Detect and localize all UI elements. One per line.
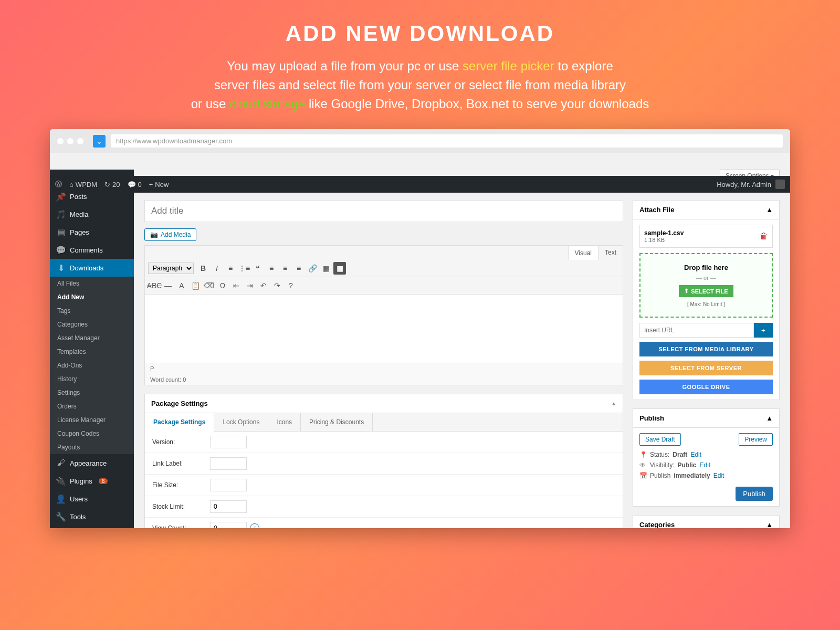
tab-icons[interactable]: Icons: [268, 413, 301, 431]
upload-icon: ⬆: [684, 288, 689, 295]
align-right-icon[interactable]: ≡: [292, 262, 305, 275]
attached-file: sample-1.csv1.18 KB 🗑: [639, 225, 773, 248]
google-drive-button[interactable]: GOOGLE DRIVE: [639, 380, 773, 394]
dropzone[interactable]: Drop file here — or — ⬆SELECT FILE [ Max…: [639, 253, 773, 318]
tab-visual[interactable]: Visual: [568, 246, 598, 260]
add-url-button[interactable]: +: [754, 323, 773, 338]
panel-toggle-icon[interactable]: ▲: [766, 414, 773, 422]
align-left-icon[interactable]: ≡: [265, 262, 278, 275]
pin-icon: 📌: [56, 192, 66, 201]
howdy-text[interactable]: Howdy, Mr. Admin: [717, 181, 771, 188]
panel-toggle-icon[interactable]: ▲: [766, 521, 773, 528]
view-count-input[interactable]: [210, 522, 247, 528]
sidebar-item-media[interactable]: 🎵Media: [50, 205, 134, 223]
eye-icon: 👁: [639, 461, 647, 469]
tab-lock-options[interactable]: Lock Options: [214, 413, 268, 431]
special-char-icon[interactable]: Ω: [216, 279, 229, 292]
info-icon[interactable]: i: [250, 523, 259, 528]
sub-history[interactable]: History: [50, 372, 134, 386]
min-dot[interactable]: [67, 138, 74, 144]
sub-payouts[interactable]: Payouts: [50, 440, 134, 454]
link-label-input[interactable]: [210, 457, 247, 470]
sidebar-item-settings[interactable]: ⚙Settings: [50, 526, 134, 528]
sidebar-item-comments[interactable]: 💬Comments: [50, 241, 134, 259]
sub-add-new[interactable]: Add New: [50, 290, 134, 304]
paste-icon[interactable]: 📋: [189, 279, 202, 292]
paragraph-select[interactable]: Paragraph: [148, 262, 194, 274]
sidebar-item-tools[interactable]: 🔧Tools: [50, 508, 134, 526]
clear-icon[interactable]: ⌫: [203, 279, 215, 292]
indent-icon[interactable]: ⇥: [244, 279, 256, 292]
panel-toggle-icon[interactable]: ▲: [611, 401, 616, 406]
url-bar[interactable]: https://www.wpdownloadmanager.com: [111, 134, 783, 148]
pin-icon: 📍: [639, 451, 647, 458]
browser-window: ⌄ https://www.wpdownloadmanager.com ⓦ ⌂ …: [50, 129, 790, 528]
help-icon[interactable]: ?: [285, 279, 297, 292]
redo-icon[interactable]: ↷: [271, 279, 284, 292]
sidebar-item-pages[interactable]: ▤Pages: [50, 223, 134, 241]
hr-icon[interactable]: —: [162, 279, 174, 292]
sidebar-item-users[interactable]: 👤Users: [50, 490, 134, 508]
undo-icon[interactable]: ↶: [257, 279, 270, 292]
wp-logo-icon[interactable]: ⓦ: [55, 180, 62, 189]
align-center-icon[interactable]: ≡: [279, 262, 291, 275]
trash-icon[interactable]: 🗑: [760, 232, 768, 241]
link-icon[interactable]: 🔗: [306, 262, 319, 275]
sub-all-files[interactable]: All Files: [50, 277, 134, 290]
sub-categories[interactable]: Categories: [50, 318, 134, 331]
publish-button[interactable]: Publish: [736, 487, 773, 501]
save-draft-button[interactable]: Save Draft: [639, 433, 681, 446]
stock-limit-input[interactable]: [210, 500, 247, 513]
plugin-icon: 🔌: [56, 476, 66, 486]
strike-icon[interactable]: ABC: [148, 279, 161, 292]
sub-asset-manager[interactable]: Asset Manager: [50, 331, 134, 345]
editor-body[interactable]: [145, 295, 623, 363]
edit-visibility-link[interactable]: Edit: [699, 461, 710, 469]
sidebar-item-appearance[interactable]: 🖌Appearance: [50, 454, 134, 472]
version-input[interactable]: [210, 436, 247, 448]
avatar[interactable]: [775, 180, 785, 189]
max-dot[interactable]: [77, 138, 83, 144]
site-link[interactable]: ⌂ WPDM: [69, 181, 97, 188]
number-list-icon[interactable]: ⋮≡: [238, 262, 250, 275]
select-media-button[interactable]: SELECT FROM MEDIA LIBRARY: [639, 342, 773, 356]
sub-settings[interactable]: Settings: [50, 386, 134, 400]
sub-license[interactable]: License Manager: [50, 413, 134, 427]
sub-orders[interactable]: Orders: [50, 400, 134, 413]
brush-icon: 🖌: [56, 458, 66, 468]
hero-title: ADD NEW DOWNLOAD: [52, 21, 788, 46]
textcolor-icon[interactable]: A: [175, 279, 188, 292]
close-dot[interactable]: [57, 138, 64, 144]
file-size-input[interactable]: [210, 479, 247, 491]
title-input[interactable]: [144, 200, 623, 222]
quote-icon[interactable]: ❝: [251, 262, 264, 275]
media-icon: 🎵: [56, 209, 66, 219]
sub-templates[interactable]: Templates: [50, 345, 134, 359]
updates-link[interactable]: ↻ 20: [104, 181, 120, 188]
select-file-button[interactable]: ⬆SELECT FILE: [679, 285, 733, 297]
preview-button[interactable]: Preview: [739, 433, 773, 446]
new-link[interactable]: + New: [149, 181, 169, 188]
bullet-list-icon[interactable]: ≡: [224, 262, 237, 275]
tab-text[interactable]: Text: [598, 246, 623, 260]
sidebar-item-plugins[interactable]: 🔌Plugins6: [50, 472, 134, 490]
wp-admin-bar: ⓦ ⌂ WPDM ↻ 20 💬 0 + New Howdy, Mr. Admin: [50, 176, 790, 193]
add-media-button[interactable]: 📷Add Media: [144, 228, 196, 241]
tab-package-settings[interactable]: Package Settings: [145, 413, 214, 432]
edit-status-link[interactable]: Edit: [690, 451, 701, 458]
insert-url-input[interactable]: [639, 323, 754, 338]
more-icon[interactable]: ▦: [320, 262, 332, 275]
panel-toggle-icon[interactable]: ▲: [766, 206, 773, 214]
italic-icon[interactable]: I: [211, 262, 223, 275]
bold-icon[interactable]: B: [197, 262, 209, 275]
sub-coupons[interactable]: Coupon Codes: [50, 427, 134, 440]
comments-link[interactable]: 💬 0: [128, 181, 142, 188]
toolbar-toggle-icon[interactable]: ▦: [333, 262, 346, 275]
sub-tags[interactable]: Tags: [50, 304, 134, 318]
outdent-icon[interactable]: ⇤: [230, 279, 243, 292]
tab-pricing[interactable]: Pricing & Discounts: [301, 413, 373, 431]
sidebar-item-downloads[interactable]: ⬇Downloads: [50, 259, 134, 277]
select-server-button[interactable]: SELECT FROM SERVER: [639, 361, 773, 375]
edit-schedule-link[interactable]: Edit: [713, 472, 724, 479]
sub-addons[interactable]: Add-Ons: [50, 359, 134, 372]
